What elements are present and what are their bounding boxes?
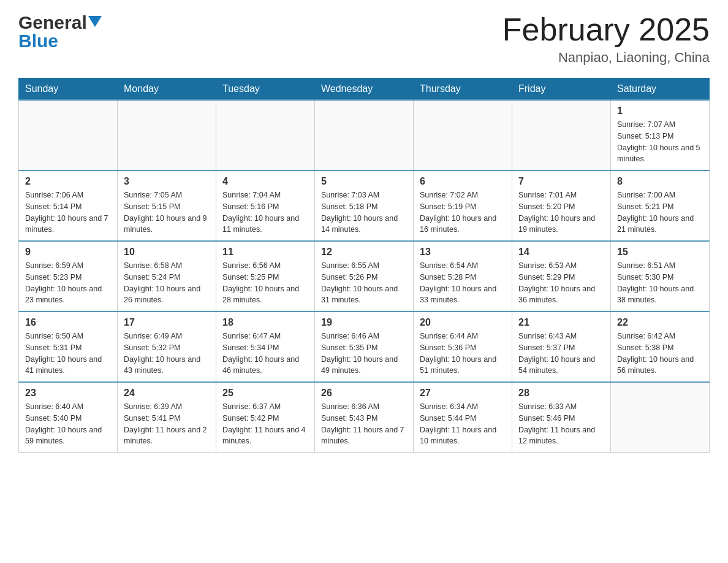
day-info: Sunrise: 6:40 AM Sunset: 5:40 PM Dayligh… xyxy=(25,401,111,447)
calendar-cell: 27Sunrise: 6:34 AM Sunset: 5:44 PM Dayli… xyxy=(414,382,512,453)
calendar-week-row: 16Sunrise: 6:50 AM Sunset: 5:31 PM Dayli… xyxy=(19,312,710,382)
calendar-cell: 4Sunrise: 7:04 AM Sunset: 5:16 PM Daylig… xyxy=(216,170,315,241)
weekday-header-sunday: Sunday xyxy=(19,79,118,101)
day-info: Sunrise: 6:46 AM Sunset: 5:35 PM Dayligh… xyxy=(321,331,407,377)
calendar-cell: 14Sunrise: 6:53 AM Sunset: 5:29 PM Dayli… xyxy=(512,241,611,312)
day-info: Sunrise: 7:04 AM Sunset: 5:16 PM Dayligh… xyxy=(222,190,308,236)
day-number: 13 xyxy=(420,247,506,258)
day-number: 6 xyxy=(420,176,506,187)
calendar-cell: 26Sunrise: 6:36 AM Sunset: 5:43 PM Dayli… xyxy=(315,382,414,453)
weekday-header-monday: Monday xyxy=(118,79,216,101)
day-info: Sunrise: 6:54 AM Sunset: 5:28 PM Dayligh… xyxy=(420,260,506,306)
day-number: 12 xyxy=(321,247,407,258)
day-number: 23 xyxy=(25,388,111,399)
day-number: 2 xyxy=(25,176,111,187)
calendar-cell: 25Sunrise: 6:37 AM Sunset: 5:42 PM Dayli… xyxy=(216,382,315,453)
calendar-cell: 12Sunrise: 6:55 AM Sunset: 5:26 PM Dayli… xyxy=(315,241,414,312)
day-number: 26 xyxy=(321,388,407,399)
day-info: Sunrise: 6:37 AM Sunset: 5:42 PM Dayligh… xyxy=(222,401,308,447)
day-number: 14 xyxy=(518,247,604,258)
day-info: Sunrise: 7:00 AM Sunset: 5:21 PM Dayligh… xyxy=(617,190,703,236)
weekday-header-tuesday: Tuesday xyxy=(216,79,315,101)
day-info: Sunrise: 7:07 AM Sunset: 5:13 PM Dayligh… xyxy=(617,119,703,165)
day-info: Sunrise: 7:02 AM Sunset: 5:19 PM Dayligh… xyxy=(420,190,506,236)
day-info: Sunrise: 6:34 AM Sunset: 5:44 PM Dayligh… xyxy=(420,401,506,447)
day-info: Sunrise: 6:47 AM Sunset: 5:34 PM Dayligh… xyxy=(222,331,308,377)
logo-arrow-icon xyxy=(88,16,102,29)
day-number: 22 xyxy=(617,317,703,328)
calendar-cell: 18Sunrise: 6:47 AM Sunset: 5:34 PM Dayli… xyxy=(216,312,315,382)
day-info: Sunrise: 6:53 AM Sunset: 5:29 PM Dayligh… xyxy=(518,260,604,306)
day-info: Sunrise: 6:36 AM Sunset: 5:43 PM Dayligh… xyxy=(321,401,407,447)
day-number: 28 xyxy=(518,388,604,399)
calendar-cell xyxy=(19,100,118,170)
day-number: 7 xyxy=(518,176,604,187)
day-info: Sunrise: 6:33 AM Sunset: 5:46 PM Dayligh… xyxy=(518,401,604,447)
day-number: 20 xyxy=(420,317,506,328)
calendar-cell: 13Sunrise: 6:54 AM Sunset: 5:28 PM Dayli… xyxy=(414,241,512,312)
calendar-cell: 23Sunrise: 6:40 AM Sunset: 5:40 PM Dayli… xyxy=(19,382,118,453)
page-header: General Blue February 2025 Nanpiao, Liao… xyxy=(18,12,710,66)
day-info: Sunrise: 6:59 AM Sunset: 5:23 PM Dayligh… xyxy=(25,260,111,306)
calendar-cell: 22Sunrise: 6:42 AM Sunset: 5:38 PM Dayli… xyxy=(611,312,710,382)
day-info: Sunrise: 7:01 AM Sunset: 5:20 PM Dayligh… xyxy=(518,190,604,236)
calendar-cell: 28Sunrise: 6:33 AM Sunset: 5:46 PM Dayli… xyxy=(512,382,611,453)
calendar-cell xyxy=(512,100,611,170)
day-info: Sunrise: 6:42 AM Sunset: 5:38 PM Dayligh… xyxy=(617,331,703,377)
title-area: February 2025 Nanpiao, Liaoning, China xyxy=(502,12,710,66)
day-number: 1 xyxy=(617,105,703,117)
calendar-week-row: 1Sunrise: 7:07 AM Sunset: 5:13 PM Daylig… xyxy=(19,100,710,170)
day-number: 4 xyxy=(222,176,308,187)
calendar-cell: 5Sunrise: 7:03 AM Sunset: 5:18 PM Daylig… xyxy=(315,170,414,241)
calendar-cell xyxy=(118,100,216,170)
calendar-cell: 20Sunrise: 6:44 AM Sunset: 5:36 PM Dayli… xyxy=(414,312,512,382)
day-number: 24 xyxy=(124,388,210,399)
day-info: Sunrise: 6:43 AM Sunset: 5:37 PM Dayligh… xyxy=(518,331,604,377)
location-subtitle: Nanpiao, Liaoning, China xyxy=(502,50,710,66)
calendar-week-row: 23Sunrise: 6:40 AM Sunset: 5:40 PM Dayli… xyxy=(19,382,710,453)
weekday-header-thursday: Thursday xyxy=(414,79,512,101)
weekday-header-row: SundayMondayTuesdayWednesdayThursdayFrid… xyxy=(19,79,710,101)
calendar-cell xyxy=(414,100,512,170)
day-number: 11 xyxy=(222,247,308,258)
day-info: Sunrise: 6:55 AM Sunset: 5:26 PM Dayligh… xyxy=(321,260,407,306)
day-info: Sunrise: 6:50 AM Sunset: 5:31 PM Dayligh… xyxy=(25,331,111,377)
calendar-week-row: 9Sunrise: 6:59 AM Sunset: 5:23 PM Daylig… xyxy=(19,241,710,312)
day-number: 18 xyxy=(222,317,308,328)
calendar-cell: 1Sunrise: 7:07 AM Sunset: 5:13 PM Daylig… xyxy=(611,100,710,170)
day-number: 5 xyxy=(321,176,407,187)
weekday-header-saturday: Saturday xyxy=(611,79,710,101)
calendar-week-row: 2Sunrise: 7:06 AM Sunset: 5:14 PM Daylig… xyxy=(19,170,710,241)
calendar-cell: 15Sunrise: 6:51 AM Sunset: 5:30 PM Dayli… xyxy=(611,241,710,312)
day-info: Sunrise: 6:51 AM Sunset: 5:30 PM Dayligh… xyxy=(617,260,703,306)
day-info: Sunrise: 6:44 AM Sunset: 5:36 PM Dayligh… xyxy=(420,331,506,377)
weekday-header-wednesday: Wednesday xyxy=(315,79,414,101)
month-title: February 2025 xyxy=(502,12,710,47)
day-info: Sunrise: 6:58 AM Sunset: 5:24 PM Dayligh… xyxy=(124,260,210,306)
calendar-cell: 2Sunrise: 7:06 AM Sunset: 5:14 PM Daylig… xyxy=(19,170,118,241)
logo: General Blue xyxy=(18,12,102,52)
day-number: 8 xyxy=(617,176,703,187)
day-info: Sunrise: 7:03 AM Sunset: 5:18 PM Dayligh… xyxy=(321,190,407,236)
calendar-cell: 3Sunrise: 7:05 AM Sunset: 5:15 PM Daylig… xyxy=(118,170,216,241)
calendar-cell: 16Sunrise: 6:50 AM Sunset: 5:31 PM Dayli… xyxy=(19,312,118,382)
calendar-cell: 17Sunrise: 6:49 AM Sunset: 5:32 PM Dayli… xyxy=(118,312,216,382)
day-number: 9 xyxy=(25,247,111,258)
calendar-table: SundayMondayTuesdayWednesdayThursdayFrid… xyxy=(18,78,710,453)
calendar-cell: 11Sunrise: 6:56 AM Sunset: 5:25 PM Dayli… xyxy=(216,241,315,312)
calendar-cell: 7Sunrise: 7:01 AM Sunset: 5:20 PM Daylig… xyxy=(512,170,611,241)
day-number: 16 xyxy=(25,317,111,328)
calendar-cell: 21Sunrise: 6:43 AM Sunset: 5:37 PM Dayli… xyxy=(512,312,611,382)
calendar-cell: 10Sunrise: 6:58 AM Sunset: 5:24 PM Dayli… xyxy=(118,241,216,312)
day-number: 25 xyxy=(222,388,308,399)
day-info: Sunrise: 6:56 AM Sunset: 5:25 PM Dayligh… xyxy=(222,260,308,306)
calendar-cell: 8Sunrise: 7:00 AM Sunset: 5:21 PM Daylig… xyxy=(611,170,710,241)
day-number: 3 xyxy=(124,176,210,187)
day-info: Sunrise: 6:39 AM Sunset: 5:41 PM Dayligh… xyxy=(124,401,210,447)
weekday-header-friday: Friday xyxy=(512,79,611,101)
logo-general-text: General xyxy=(18,12,87,33)
svg-marker-0 xyxy=(88,16,102,27)
calendar-cell: 9Sunrise: 6:59 AM Sunset: 5:23 PM Daylig… xyxy=(19,241,118,312)
calendar-cell: 6Sunrise: 7:02 AM Sunset: 5:19 PM Daylig… xyxy=(414,170,512,241)
calendar-cell xyxy=(216,100,315,170)
